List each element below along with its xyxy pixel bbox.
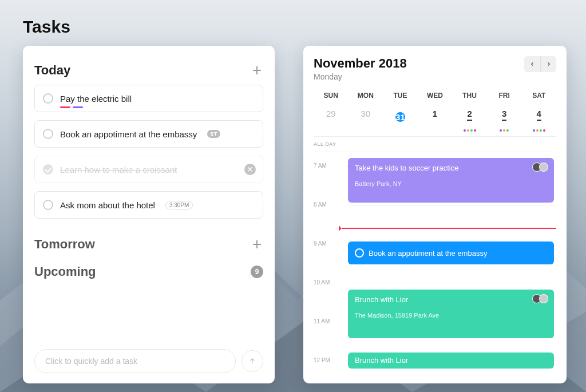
chevron-right-icon	[546, 61, 552, 67]
add-task-tomorrow-button[interactable]	[251, 238, 263, 251]
section-tomorrow-title: Tomorrow	[34, 237, 95, 252]
task-badge: ST	[207, 130, 220, 138]
calendar-event[interactable]: Book an appotiment at the embassy	[348, 241, 554, 264]
task-tags	[60, 106, 83, 108]
section-today-title: Today	[34, 63, 70, 78]
section-upcoming-title: Upcoming	[34, 264, 96, 279]
calendar-date[interactable]: 2	[452, 105, 487, 133]
calendar-nav	[524, 56, 556, 72]
section-upcoming-header[interactable]: Upcoming 9	[34, 264, 263, 279]
task-item[interactable]: Learn how to make a croissant ✕	[34, 156, 263, 183]
calendar-event[interactable]: Take the kids to soccer practice Battery…	[348, 158, 554, 203]
calendar-panel: November 2018 Monday SUN MON TUE WED THU…	[303, 46, 567, 383]
calendar-prev-button[interactable]	[524, 56, 540, 72]
task-title: Learn how to make a croissant	[60, 165, 177, 175]
time-label: 8 AM	[314, 201, 327, 208]
task-title: Pay the electric bill	[60, 94, 132, 104]
task-title: Book an appotiment at the embassy	[60, 129, 197, 139]
calendar-date[interactable]: 29	[314, 105, 349, 133]
calendar-weekday: Monday	[314, 72, 407, 81]
calendar-timeline: 7 AM 8 AM 9 AM 10 AM 11 AM 12 PM Take th…	[314, 152, 556, 370]
time-label: 10 AM	[314, 279, 330, 286]
event-avatars	[534, 163, 548, 172]
task-item[interactable]: Pay the electric bill	[34, 85, 263, 112]
allday-label: ALL DAY	[314, 141, 336, 147]
time-label: 9 AM	[314, 240, 327, 247]
task-checkbox[interactable]	[43, 164, 53, 175]
calendar-day-names: SUN MON TUE WED THU FRI SAT	[314, 92, 556, 100]
time-label: 12 PM	[314, 357, 330, 363]
current-time-indicator	[342, 228, 556, 229]
calendar-next-button[interactable]	[540, 56, 556, 72]
event-checkbox-icon	[355, 248, 364, 258]
calendar-date[interactable]: 30	[349, 105, 383, 133]
calendar-event[interactable]: Brunch with Lior	[348, 353, 554, 369]
task-checkbox[interactable]	[43, 129, 53, 139]
time-label: 7 AM	[314, 163, 327, 169]
task-time-badge: 3:30PM	[165, 201, 193, 209]
delete-task-button[interactable]: ✕	[244, 164, 256, 175]
task-title: Ask mom about the hotel	[60, 200, 155, 210]
upcoming-count-badge: 9	[251, 266, 263, 278]
task-item[interactable]: Ask mom about the hotel 3:30PM	[34, 191, 263, 219]
quick-add-row	[34, 349, 263, 373]
event-avatars	[534, 294, 548, 303]
calendar-date[interactable]: 4	[521, 105, 556, 133]
time-label: 11 AM	[314, 318, 330, 324]
add-task-today-button[interactable]	[251, 64, 263, 77]
section-tomorrow-header[interactable]: Tomorrow	[34, 237, 263, 252]
section-today-header: Today	[34, 63, 263, 78]
calendar-event[interactable]: Brunch with Lior The Madison, 15919 Park…	[348, 290, 554, 338]
task-checkbox[interactable]	[43, 200, 53, 210]
task-item[interactable]: Book an appotiment at the embassy ST	[34, 120, 263, 148]
page-title: Tasks	[23, 17, 70, 37]
calendar-month-title: November 2018	[314, 56, 407, 71]
calendar-date[interactable]: 1	[418, 105, 453, 133]
quick-add-input[interactable]	[34, 349, 236, 373]
quick-add-submit-button[interactable]	[241, 350, 263, 372]
task-checkbox[interactable]	[43, 93, 53, 104]
arrow-up-icon	[248, 357, 256, 365]
allday-row: ALL DAY	[314, 136, 556, 152]
calendar-date-selected[interactable]: 31	[383, 105, 418, 133]
calendar-date[interactable]: 3	[487, 105, 522, 133]
tasks-panel: Today Pay the electric bill Book an appo…	[23, 46, 275, 383]
chevron-left-icon	[529, 61, 535, 67]
calendar-date-row: 29 30 31 1 2 3 4	[314, 105, 556, 133]
